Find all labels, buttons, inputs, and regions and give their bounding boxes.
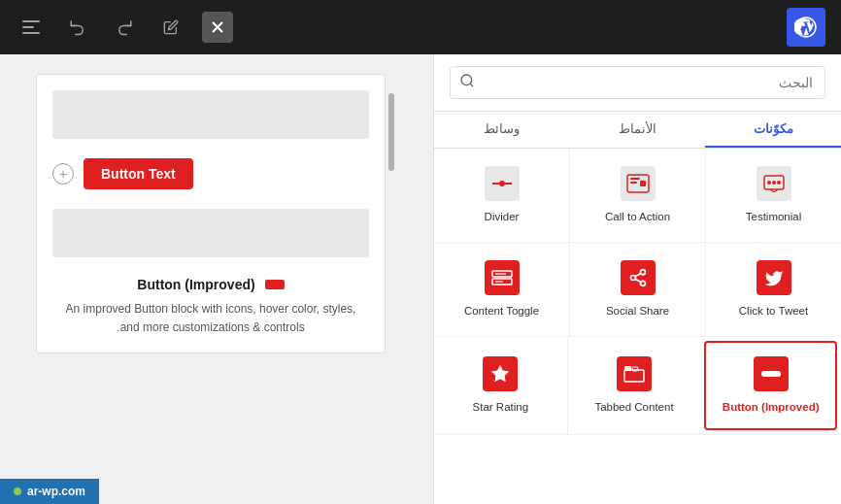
testimonial-label: Testimonial bbox=[746, 209, 802, 224]
social-share-label: Social Share bbox=[606, 303, 669, 319]
svg-line-7 bbox=[470, 84, 473, 86]
block-info: Button (Improved) An improved Button blo… bbox=[52, 277, 369, 337]
divider-icon bbox=[485, 166, 520, 201]
block-title: Button (Improved) bbox=[137, 277, 254, 292]
watermark-dot bbox=[14, 487, 21, 495]
search-input[interactable] bbox=[450, 66, 825, 99]
block-preview-bottom bbox=[52, 209, 369, 257]
svg-rect-14 bbox=[630, 182, 637, 184]
components-row-3: Button (Improved) Tabbed Content bbox=[434, 337, 841, 435]
edit-icon[interactable] bbox=[155, 12, 186, 43]
tabs: مكوّنات الأنماط وسائط bbox=[434, 112, 841, 149]
cta-label: Call to Action bbox=[605, 209, 670, 224]
toggle-icon bbox=[485, 260, 520, 295]
svg-rect-15 bbox=[640, 181, 646, 186]
components-row-1: Testimonial Call to Action bbox=[434, 149, 841, 243]
wp-logo[interactable] bbox=[787, 8, 825, 47]
component-tabbed-content[interactable]: Tabbed Content bbox=[567, 337, 701, 434]
tab-media[interactable]: وسائط bbox=[434, 112, 570, 148]
star-icon bbox=[483, 356, 518, 391]
search-bar bbox=[434, 54, 841, 112]
tabs-icon bbox=[617, 356, 652, 391]
button-improved-label: Button (Improved) bbox=[723, 399, 820, 415]
svg-rect-0 bbox=[22, 20, 40, 22]
share-icon bbox=[621, 260, 656, 295]
redo-icon[interactable] bbox=[109, 12, 140, 43]
svg-point-19 bbox=[630, 276, 635, 281]
svg-point-10 bbox=[772, 181, 776, 185]
svg-line-21 bbox=[635, 279, 641, 282]
scrollbar-thumb bbox=[388, 93, 394, 171]
watermark: ar-wp.com bbox=[0, 479, 99, 504]
testimonial-icon bbox=[757, 166, 791, 201]
svg-line-22 bbox=[635, 274, 641, 277]
component-call-to-action[interactable]: Call to Action bbox=[569, 149, 705, 242]
tab-components[interactable]: مكوّنات bbox=[705, 112, 841, 148]
tab-patterns[interactable]: الأنماط bbox=[570, 112, 706, 148]
toolbar-left bbox=[16, 12, 233, 43]
block-card: + Button Text Button (Improved) An impro… bbox=[36, 74, 386, 353]
component-testimonial[interactable]: Testimonial bbox=[705, 149, 841, 242]
svg-rect-1 bbox=[22, 26, 34, 28]
toolbar bbox=[0, 0, 841, 54]
components-row-2: Click to Tweet Social Share bbox=[434, 243, 841, 337]
component-star-rating[interactable]: Star Rating bbox=[434, 337, 567, 434]
svg-rect-29 bbox=[624, 366, 631, 371]
tabbed-content-label: Tabbed Content bbox=[594, 399, 673, 415]
search-icon bbox=[459, 73, 475, 92]
close-icon[interactable] bbox=[202, 12, 233, 43]
watermark-url: ar-wp.com bbox=[27, 485, 85, 498]
svg-rect-27 bbox=[761, 371, 781, 377]
button-row: + Button Text bbox=[52, 158, 369, 189]
svg-point-11 bbox=[777, 181, 781, 185]
component-button-improved[interactable]: Button (Improved) bbox=[704, 341, 837, 430]
hamburger-icon[interactable] bbox=[16, 12, 47, 43]
twitter-label: Click to Tweet bbox=[739, 303, 808, 319]
component-content-toggle[interactable]: Content Toggle bbox=[434, 243, 569, 336]
svg-rect-2 bbox=[22, 32, 40, 34]
block-description: An improved Button block with icons, hov… bbox=[60, 300, 361, 337]
block-preview-top bbox=[52, 90, 369, 139]
component-social-share[interactable]: Social Share bbox=[569, 243, 705, 336]
component-divider[interactable]: Divider bbox=[434, 149, 569, 242]
cta-icon bbox=[621, 166, 656, 201]
components-grid: Testimonial Call to Action bbox=[434, 149, 841, 504]
undo-icon[interactable] bbox=[62, 12, 93, 43]
svg-rect-28 bbox=[624, 370, 644, 382]
divider-label: Divider bbox=[485, 209, 520, 224]
svg-rect-13 bbox=[630, 178, 640, 180]
svg-marker-31 bbox=[491, 365, 509, 382]
svg-point-18 bbox=[640, 270, 645, 275]
button-text-preview[interactable]: Button Text bbox=[84, 158, 193, 189]
search-wrapper bbox=[450, 66, 825, 99]
svg-point-20 bbox=[640, 281, 645, 286]
sidebar: مكوّنات الأنماط وسائط bbox=[433, 54, 841, 504]
component-click-to-tweet[interactable]: Click to Tweet bbox=[705, 243, 841, 336]
content-toggle-label: Content Toggle bbox=[464, 303, 539, 319]
main-area: + Button Text Button (Improved) An impro… bbox=[0, 54, 841, 504]
svg-point-6 bbox=[461, 75, 472, 85]
svg-point-9 bbox=[767, 181, 771, 185]
add-block-button[interactable]: + bbox=[52, 163, 74, 185]
block-badge bbox=[265, 280, 285, 289]
button-improved-icon bbox=[754, 356, 789, 391]
block-title-row: Button (Improved) bbox=[60, 277, 361, 292]
svg-point-17 bbox=[499, 181, 505, 186]
twitter-icon bbox=[757, 260, 791, 295]
star-rating-label: Star Rating bbox=[473, 399, 529, 415]
toolbar-right bbox=[787, 8, 825, 47]
editor-panel: + Button Text Button (Improved) An impro… bbox=[0, 54, 433, 504]
